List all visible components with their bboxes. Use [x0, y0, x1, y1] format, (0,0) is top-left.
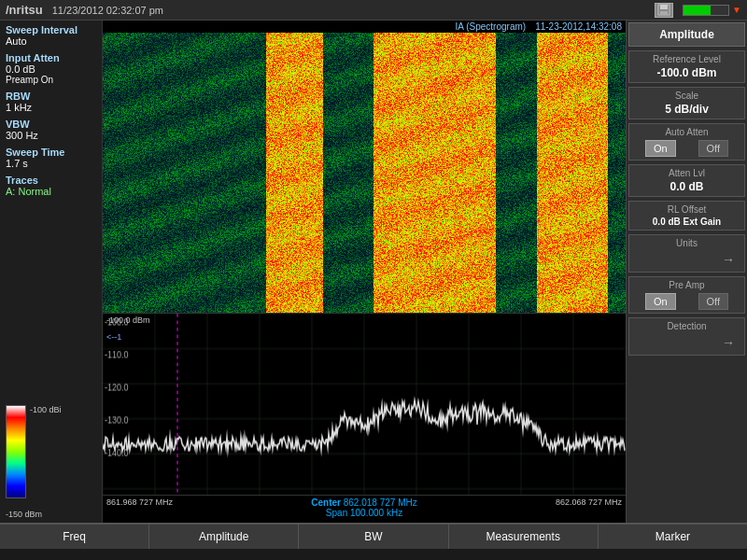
input-atten-group: Input Atten 0.0 dB Preamp On: [6, 52, 96, 85]
detection-arrow-row: →: [634, 333, 740, 352]
auto-atten-off-button[interactable]: Off: [698, 140, 728, 157]
color-scale-top: -100 dBi: [30, 405, 62, 414]
units-section: Units →: [628, 234, 745, 273]
freq-center-label: Center: [311, 497, 341, 508]
sweep-interval-value: Auto: [6, 35, 96, 47]
traces-label: Traces: [6, 175, 96, 186]
logo: /nritsu: [6, 3, 43, 17]
battery-arrow: ▼: [732, 5, 741, 15]
amplitude-button[interactable]: Amplitude: [628, 22, 745, 47]
pre-amp-title: Pre Amp: [634, 280, 740, 290]
scale-title: Scale: [634, 91, 740, 101]
datetime: 11/23/2012 02:32:07 pm: [52, 5, 655, 16]
preamp-value: Preamp On: [6, 75, 96, 85]
pre-amp-section: Pre Amp On Off: [628, 276, 745, 314]
freq-span-label: Span: [326, 508, 347, 518]
spectrogram-area: [103, 33, 626, 313]
spec-datetime: 11-23-2012,14:32:08: [535, 21, 622, 32]
battery-fill: [684, 6, 711, 15]
traces-value: A: Normal: [6, 186, 96, 197]
center-area: IA (Spectrogram) 11-23-2012,14:32:08 -10…: [103, 21, 626, 523]
sweep-time-value: 1.7 s: [6, 158, 96, 169]
spec-type-label: IA (Spectrogram): [456, 21, 527, 32]
scale-value: 5 dB/div: [634, 103, 740, 116]
auto-atten-toggle: On Off: [634, 140, 740, 157]
main-layout: Sweep Interval Auto Input Atten 0.0 dB P…: [0, 21, 747, 523]
tab-amplitude[interactable]: Amplitude: [149, 525, 299, 549]
spec-label-row: IA (Spectrogram) 11-23-2012,14:32:08: [103, 21, 626, 33]
auto-atten-title: Auto Atten: [634, 127, 740, 137]
tab-marker[interactable]: Marker: [599, 525, 747, 549]
traces-group: Traces A: Normal: [6, 175, 96, 197]
freq-center-value: 862.018 727 MHz: [344, 497, 417, 508]
color-bar: [6, 405, 26, 498]
rbw-value: 1 kHz: [6, 102, 96, 113]
units-arrow-row: →: [634, 250, 740, 269]
rbw-group: RBW 1 kHz: [6, 91, 96, 113]
left-panel: Sweep Interval Auto Input Atten 0.0 dB P…: [0, 21, 103, 523]
sweep-interval-group: Sweep Interval Auto: [6, 24, 96, 47]
input-atten-label: Input Atten: [6, 52, 96, 63]
rl-offset-title: RL Offset: [634, 204, 740, 215]
atten-lvl-title: Atten Lvl: [634, 168, 740, 178]
input-atten-value: 0.0 dB: [6, 63, 96, 75]
freq-axis: 861.968 727 MHz Center 862.018 727 MHz S…: [103, 495, 626, 523]
svg-rect-2: [660, 11, 668, 15]
pre-amp-on-button[interactable]: On: [645, 293, 676, 310]
save-icon[interactable]: [655, 3, 673, 18]
spectrum-marker-label: <--1: [106, 332, 121, 342]
atten-lvl-section: Atten Lvl 0.0 dB: [628, 164, 745, 197]
color-scale: -100 dBi: [6, 405, 96, 498]
rl-offset-section: RL Offset 0.0 dB Ext Gain: [628, 201, 745, 231]
spectrogram-canvas: [103, 33, 626, 313]
rl-offset-value: 0.0 dB Ext Gain: [634, 217, 740, 227]
freq-span-value: 100.000 kHz: [350, 508, 402, 518]
vbw-label: VBW: [6, 119, 96, 130]
spectrum-canvas: [103, 314, 626, 495]
bottom-tab-bar: Freq Amplitude BW Measurements Marker: [0, 523, 747, 549]
battery-indicator: ▼: [683, 5, 741, 16]
auto-atten-on-button[interactable]: On: [645, 140, 676, 157]
color-scale-labels: -100 dBi: [30, 405, 62, 498]
svg-rect-1: [660, 5, 668, 9]
freq-right: 862.068 727 MHz: [450, 497, 626, 507]
tab-freq[interactable]: Freq: [0, 525, 149, 549]
freq-center-block: Center 862.018 727 MHz Span 100.000 kHz: [278, 497, 450, 518]
vbw-group: VBW 300 Hz: [6, 119, 96, 141]
scale-section: Scale 5 dB/div: [628, 87, 745, 119]
rbw-label: RBW: [6, 91, 96, 102]
freq-left: 861.968 727 MHz: [103, 497, 278, 507]
units-title: Units: [634, 238, 740, 248]
pre-amp-toggle: On Off: [634, 293, 740, 310]
pre-amp-off-button[interactable]: Off: [698, 293, 728, 310]
detection-section: Detection →: [628, 317, 745, 356]
units-arrow-icon: →: [722, 252, 735, 267]
atten-lvl-value: 0.0 dB: [634, 180, 740, 193]
tab-bw[interactable]: BW: [299, 525, 448, 549]
dbm-label: -150 dBm: [6, 510, 96, 519]
vbw-value: 300 Hz: [6, 130, 96, 141]
spectrum-y-label: -100.0 dBm: [106, 315, 150, 325]
sweep-time-label: Sweep Time: [6, 147, 96, 158]
detection-arrow-icon: →: [722, 335, 735, 350]
ref-level-section: Reference Level -100.0 dBm: [628, 50, 745, 83]
sweep-interval-label: Sweep Interval: [6, 24, 96, 35]
sweep-time-group: Sweep Time 1.7 s: [6, 147, 96, 169]
right-panel: Amplitude Reference Level -100.0 dBm Sca…: [626, 21, 747, 523]
ref-level-title: Reference Level: [634, 54, 740, 64]
spectrum-area: -100.0 dBm <--1: [103, 313, 626, 495]
tab-measurements[interactable]: Measurements: [449, 525, 599, 549]
ref-level-value: -100.0 dBm: [634, 66, 740, 79]
detection-title: Detection: [634, 321, 740, 331]
battery-bar: [683, 5, 729, 16]
auto-atten-section: Auto Atten On Off: [628, 123, 745, 161]
top-bar: /nritsu 11/23/2012 02:32:07 pm ▼: [0, 0, 747, 21]
